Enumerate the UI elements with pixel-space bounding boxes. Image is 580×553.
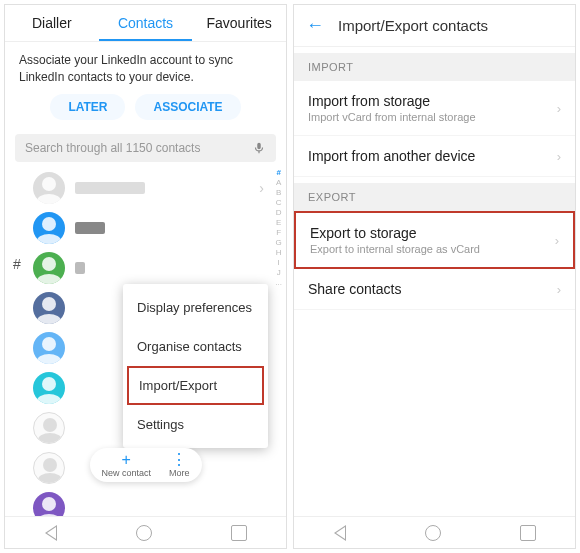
contact-row[interactable] <box>5 208 286 248</box>
contacts-app-screen: Dialler Contacts Favourites Associate yo… <box>4 4 287 549</box>
nav-recents-icon[interactable] <box>520 525 536 541</box>
overflow-menu: Display preferences Organise contacts Im… <box>123 284 268 448</box>
plus-icon: + <box>122 452 131 468</box>
mic-icon[interactable] <box>252 141 266 155</box>
contact-name-redacted <box>75 222 105 234</box>
nav-back-icon[interactable] <box>45 525 57 541</box>
more-vertical-icon: ⋮ <box>171 452 187 468</box>
chevron-right-icon: › <box>557 282 561 297</box>
more-button[interactable]: ⋮More <box>169 452 190 478</box>
avatar-icon <box>33 412 65 444</box>
new-contact-button[interactable]: +New contact <box>101 452 151 478</box>
bottom-action-bar: +New contact ⋮More <box>89 448 201 482</box>
associate-button[interactable]: ASSOCIATE <box>135 94 240 120</box>
search-placeholder: Search through all 1150 contacts <box>25 141 252 155</box>
screen-header: ← Import/Export contacts <box>294 5 575 47</box>
tab-contacts[interactable]: Contacts <box>99 5 193 41</box>
menu-import-export[interactable]: Import/Export <box>127 366 264 405</box>
tab-dialler[interactable]: Dialler <box>5 5 99 41</box>
avatar-icon <box>33 452 65 484</box>
system-nav-bar <box>294 516 575 548</box>
back-arrow-icon[interactable]: ← <box>306 15 324 36</box>
menu-settings[interactable]: Settings <box>123 405 268 444</box>
option-title: Share contacts <box>308 281 557 297</box>
nav-home-icon[interactable] <box>425 525 441 541</box>
menu-display-preferences[interactable]: Display preferences <box>123 288 268 327</box>
contact-row[interactable] <box>5 488 286 516</box>
option-title: Export to storage <box>310 225 555 241</box>
section-import-header: IMPORT <box>294 53 575 81</box>
menu-organise-contacts[interactable]: Organise contacts <box>123 327 268 366</box>
contact-name-redacted <box>75 262 85 274</box>
contact-row[interactable] <box>5 248 286 288</box>
chevron-right-icon: › <box>555 233 559 248</box>
chevron-right-icon: › <box>557 149 561 164</box>
avatar-icon <box>33 372 65 404</box>
avatar-icon <box>33 332 65 364</box>
option-export-to-storage[interactable]: Export to storage Export to internal sto… <box>294 211 575 269</box>
option-title: Import from storage <box>308 93 557 109</box>
section-export-header: EXPORT <box>294 183 575 211</box>
option-import-from-device[interactable]: Import from another device › <box>294 136 575 177</box>
avatar-icon <box>33 172 65 204</box>
contact-name-redacted <box>75 182 145 194</box>
import-export-screen: ← Import/Export contacts IMPORT Import f… <box>293 4 576 549</box>
avatar-icon <box>33 492 65 516</box>
tab-favourites[interactable]: Favourites <box>192 5 286 41</box>
option-import-from-storage[interactable]: Import from storage Import vCard from in… <box>294 81 575 136</box>
system-nav-bar <box>5 516 286 548</box>
chevron-right-icon: › <box>259 180 264 196</box>
avatar-icon <box>33 292 65 324</box>
nav-recents-icon[interactable] <box>231 525 247 541</box>
option-subtitle: Import vCard from internal storage <box>308 111 557 123</box>
top-tabs: Dialler Contacts Favourites <box>5 5 286 42</box>
option-subtitle: Export to internal storage as vCard <box>310 243 555 255</box>
page-title: Import/Export contacts <box>338 17 488 34</box>
avatar-icon <box>33 212 65 244</box>
nav-back-icon[interactable] <box>334 525 346 541</box>
linkedin-prompt-text: Associate your LinkedIn account to sync … <box>5 42 286 88</box>
option-title: Import from another device <box>308 148 557 164</box>
chevron-right-icon: › <box>557 101 561 116</box>
contact-row[interactable]: › <box>5 168 286 208</box>
search-input[interactable]: Search through all 1150 contacts <box>15 134 276 162</box>
avatar-icon <box>33 252 65 284</box>
option-share-contacts[interactable]: Share contacts › <box>294 269 575 310</box>
nav-home-icon[interactable] <box>136 525 152 541</box>
later-button[interactable]: LATER <box>50 94 125 120</box>
